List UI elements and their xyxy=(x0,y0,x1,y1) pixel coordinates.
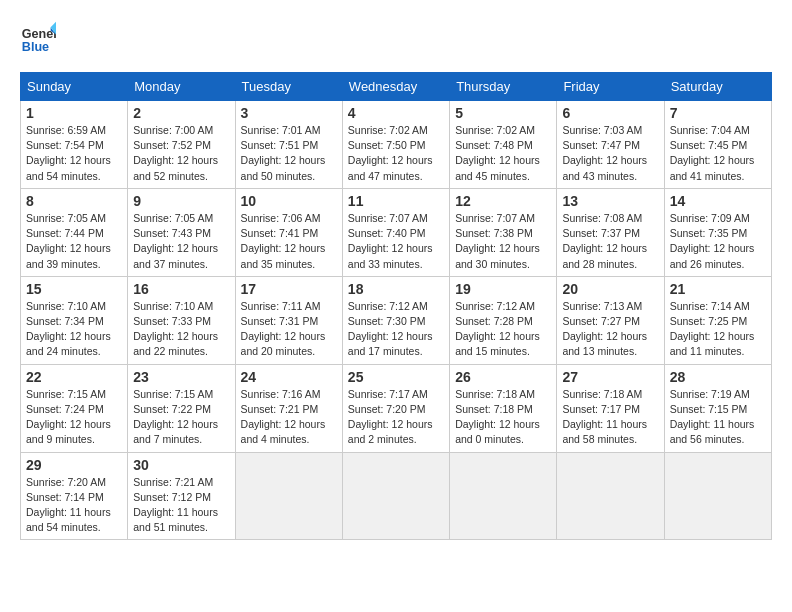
calendar-body: 1 Sunrise: 6:59 AM Sunset: 7:54 PM Dayli… xyxy=(21,101,772,540)
day-number: 25 xyxy=(348,369,444,385)
col-saturday: Saturday xyxy=(664,73,771,101)
day-number: 18 xyxy=(348,281,444,297)
day-info: Sunrise: 7:08 AM Sunset: 7:37 PM Dayligh… xyxy=(562,211,658,272)
day-info: Sunrise: 7:17 AM Sunset: 7:20 PM Dayligh… xyxy=(348,387,444,448)
day-number: 21 xyxy=(670,281,766,297)
day-number: 22 xyxy=(26,369,122,385)
svg-text:Blue: Blue xyxy=(22,40,49,54)
calendar-cell xyxy=(450,452,557,540)
day-number: 11 xyxy=(348,193,444,209)
day-info: Sunrise: 7:12 AM Sunset: 7:30 PM Dayligh… xyxy=(348,299,444,360)
day-info: Sunrise: 7:00 AM Sunset: 7:52 PM Dayligh… xyxy=(133,123,229,184)
calendar-week-row: 22 Sunrise: 7:15 AM Sunset: 7:24 PM Dayl… xyxy=(21,364,772,452)
day-number: 28 xyxy=(670,369,766,385)
day-info: Sunrise: 7:07 AM Sunset: 7:38 PM Dayligh… xyxy=(455,211,551,272)
day-info: Sunrise: 7:20 AM Sunset: 7:14 PM Dayligh… xyxy=(26,475,122,536)
day-number: 24 xyxy=(241,369,337,385)
day-number: 12 xyxy=(455,193,551,209)
calendar-week-row: 15 Sunrise: 7:10 AM Sunset: 7:34 PM Dayl… xyxy=(21,276,772,364)
calendar-cell: 26 Sunrise: 7:18 AM Sunset: 7:18 PM Dayl… xyxy=(450,364,557,452)
calendar-cell: 29 Sunrise: 7:20 AM Sunset: 7:14 PM Dayl… xyxy=(21,452,128,540)
calendar-cell: 8 Sunrise: 7:05 AM Sunset: 7:44 PM Dayli… xyxy=(21,188,128,276)
day-number: 19 xyxy=(455,281,551,297)
calendar-cell: 15 Sunrise: 7:10 AM Sunset: 7:34 PM Dayl… xyxy=(21,276,128,364)
calendar-cell xyxy=(664,452,771,540)
calendar-week-row: 8 Sunrise: 7:05 AM Sunset: 7:44 PM Dayli… xyxy=(21,188,772,276)
calendar-cell: 18 Sunrise: 7:12 AM Sunset: 7:30 PM Dayl… xyxy=(342,276,449,364)
col-wednesday: Wednesday xyxy=(342,73,449,101)
day-number: 15 xyxy=(26,281,122,297)
calendar-cell: 4 Sunrise: 7:02 AM Sunset: 7:50 PM Dayli… xyxy=(342,101,449,189)
calendar-cell: 9 Sunrise: 7:05 AM Sunset: 7:43 PM Dayli… xyxy=(128,188,235,276)
day-number: 3 xyxy=(241,105,337,121)
calendar-cell: 1 Sunrise: 6:59 AM Sunset: 7:54 PM Dayli… xyxy=(21,101,128,189)
day-info: Sunrise: 7:02 AM Sunset: 7:48 PM Dayligh… xyxy=(455,123,551,184)
calendar-cell: 20 Sunrise: 7:13 AM Sunset: 7:27 PM Dayl… xyxy=(557,276,664,364)
day-info: Sunrise: 7:16 AM Sunset: 7:21 PM Dayligh… xyxy=(241,387,337,448)
col-thursday: Thursday xyxy=(450,73,557,101)
day-info: Sunrise: 7:05 AM Sunset: 7:44 PM Dayligh… xyxy=(26,211,122,272)
calendar-cell: 16 Sunrise: 7:10 AM Sunset: 7:33 PM Dayl… xyxy=(128,276,235,364)
day-info: Sunrise: 7:02 AM Sunset: 7:50 PM Dayligh… xyxy=(348,123,444,184)
day-number: 30 xyxy=(133,457,229,473)
day-info: Sunrise: 7:07 AM Sunset: 7:40 PM Dayligh… xyxy=(348,211,444,272)
day-info: Sunrise: 7:10 AM Sunset: 7:33 PM Dayligh… xyxy=(133,299,229,360)
day-number: 1 xyxy=(26,105,122,121)
calendar-cell: 11 Sunrise: 7:07 AM Sunset: 7:40 PM Dayl… xyxy=(342,188,449,276)
day-info: Sunrise: 7:11 AM Sunset: 7:31 PM Dayligh… xyxy=(241,299,337,360)
day-number: 16 xyxy=(133,281,229,297)
calendar-week-row: 1 Sunrise: 6:59 AM Sunset: 7:54 PM Dayli… xyxy=(21,101,772,189)
calendar-cell: 25 Sunrise: 7:17 AM Sunset: 7:20 PM Dayl… xyxy=(342,364,449,452)
page-header: General Blue xyxy=(20,20,772,56)
day-number: 5 xyxy=(455,105,551,121)
day-number: 7 xyxy=(670,105,766,121)
logo-icon: General Blue xyxy=(20,20,56,56)
day-number: 13 xyxy=(562,193,658,209)
day-number: 4 xyxy=(348,105,444,121)
day-info: Sunrise: 7:21 AM Sunset: 7:12 PM Dayligh… xyxy=(133,475,229,536)
day-number: 20 xyxy=(562,281,658,297)
day-number: 27 xyxy=(562,369,658,385)
day-info: Sunrise: 7:15 AM Sunset: 7:24 PM Dayligh… xyxy=(26,387,122,448)
day-info: Sunrise: 6:59 AM Sunset: 7:54 PM Dayligh… xyxy=(26,123,122,184)
day-info: Sunrise: 7:12 AM Sunset: 7:28 PM Dayligh… xyxy=(455,299,551,360)
day-number: 10 xyxy=(241,193,337,209)
day-info: Sunrise: 7:14 AM Sunset: 7:25 PM Dayligh… xyxy=(670,299,766,360)
calendar-cell: 23 Sunrise: 7:15 AM Sunset: 7:22 PM Dayl… xyxy=(128,364,235,452)
day-info: Sunrise: 7:18 AM Sunset: 7:18 PM Dayligh… xyxy=(455,387,551,448)
logo: General Blue xyxy=(20,20,62,56)
calendar-cell: 22 Sunrise: 7:15 AM Sunset: 7:24 PM Dayl… xyxy=(21,364,128,452)
calendar-week-row: 29 Sunrise: 7:20 AM Sunset: 7:14 PM Dayl… xyxy=(21,452,772,540)
calendar-header-row: Sunday Monday Tuesday Wednesday Thursday… xyxy=(21,73,772,101)
calendar-table: Sunday Monday Tuesday Wednesday Thursday… xyxy=(20,72,772,540)
calendar-cell: 21 Sunrise: 7:14 AM Sunset: 7:25 PM Dayl… xyxy=(664,276,771,364)
col-monday: Monday xyxy=(128,73,235,101)
calendar-cell: 17 Sunrise: 7:11 AM Sunset: 7:31 PM Dayl… xyxy=(235,276,342,364)
day-number: 17 xyxy=(241,281,337,297)
day-number: 6 xyxy=(562,105,658,121)
day-number: 14 xyxy=(670,193,766,209)
calendar-cell: 6 Sunrise: 7:03 AM Sunset: 7:47 PM Dayli… xyxy=(557,101,664,189)
day-number: 29 xyxy=(26,457,122,473)
calendar-cell: 2 Sunrise: 7:00 AM Sunset: 7:52 PM Dayli… xyxy=(128,101,235,189)
day-number: 8 xyxy=(26,193,122,209)
day-info: Sunrise: 7:06 AM Sunset: 7:41 PM Dayligh… xyxy=(241,211,337,272)
day-info: Sunrise: 7:05 AM Sunset: 7:43 PM Dayligh… xyxy=(133,211,229,272)
day-number: 26 xyxy=(455,369,551,385)
day-info: Sunrise: 7:18 AM Sunset: 7:17 PM Dayligh… xyxy=(562,387,658,448)
day-info: Sunrise: 7:03 AM Sunset: 7:47 PM Dayligh… xyxy=(562,123,658,184)
calendar-cell xyxy=(235,452,342,540)
day-info: Sunrise: 7:15 AM Sunset: 7:22 PM Dayligh… xyxy=(133,387,229,448)
day-info: Sunrise: 7:01 AM Sunset: 7:51 PM Dayligh… xyxy=(241,123,337,184)
calendar-cell xyxy=(342,452,449,540)
calendar-cell: 27 Sunrise: 7:18 AM Sunset: 7:17 PM Dayl… xyxy=(557,364,664,452)
calendar-cell: 24 Sunrise: 7:16 AM Sunset: 7:21 PM Dayl… xyxy=(235,364,342,452)
day-number: 2 xyxy=(133,105,229,121)
calendar-cell: 7 Sunrise: 7:04 AM Sunset: 7:45 PM Dayli… xyxy=(664,101,771,189)
col-friday: Friday xyxy=(557,73,664,101)
calendar-cell: 28 Sunrise: 7:19 AM Sunset: 7:15 PM Dayl… xyxy=(664,364,771,452)
calendar-cell: 14 Sunrise: 7:09 AM Sunset: 7:35 PM Dayl… xyxy=(664,188,771,276)
calendar-cell xyxy=(557,452,664,540)
day-info: Sunrise: 7:04 AM Sunset: 7:45 PM Dayligh… xyxy=(670,123,766,184)
calendar-cell: 3 Sunrise: 7:01 AM Sunset: 7:51 PM Dayli… xyxy=(235,101,342,189)
